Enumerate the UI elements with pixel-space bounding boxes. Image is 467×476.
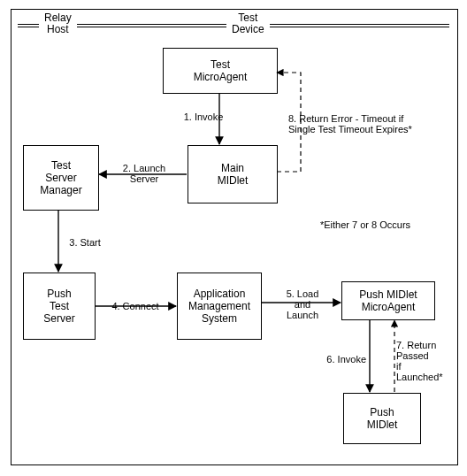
edge-label-4: 4. Connect xyxy=(108,301,163,311)
edge-label-1: 1. Invoke xyxy=(181,111,226,122)
node-ams: ApplicationManagementSystem xyxy=(177,273,262,340)
node-test-server-manager: TestServerManager xyxy=(23,145,99,211)
region-label-test-device: TestDevice xyxy=(226,12,270,35)
edge-label-7: 7. ReturnPassedifLaunched* xyxy=(396,340,449,382)
edge-label-5: 5. LoadandLaunch xyxy=(279,288,325,320)
node-test-microagent: TestMicroAgent xyxy=(163,48,278,94)
node-main-midlet: MainMIDlet xyxy=(188,145,278,203)
node-push-test-server: PushTestServer xyxy=(23,273,96,340)
edge-label-2: 2. LaunchServer xyxy=(118,163,171,184)
edge-label-8: 8. Return Error - Timeout ifSingle Test … xyxy=(288,113,430,134)
region-label-relay-host: RelayHost xyxy=(39,12,77,35)
node-push-midlet-microagent: Push MIDletMicroAgent xyxy=(341,281,435,320)
edge-label-3: 3. Start xyxy=(65,237,104,248)
edge-label-6: 6. Invoke xyxy=(324,354,366,365)
node-push-midlet: PushMIDlet xyxy=(343,393,421,444)
note-either-7-or-8: *Either 7 or 8 Occurs xyxy=(320,219,435,230)
